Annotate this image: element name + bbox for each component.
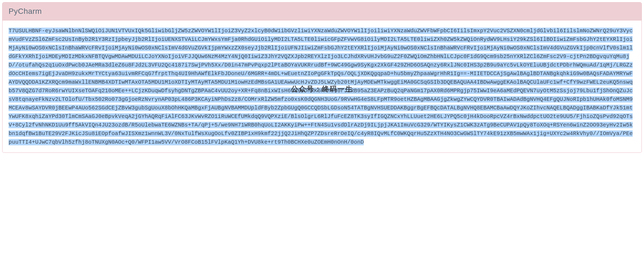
card-header: PyCharm: [2, 2, 642, 20]
card-body: T7USULHBNF-eyJsaWNlbnNlSWQiOiJUN1VTVUxIQ…: [2, 20, 642, 152]
card-container: PyCharm T7USULHBNF-eyJsaWNlbnNlSWQiOiJUN…: [2, 2, 642, 153]
card-title: PyCharm: [9, 7, 635, 16]
highlighted-text[interactable]: T7USULHBNF-eyJsaWNlbnNlSWQiOiJUN1VTVUxIQ…: [9, 28, 633, 145]
code-block[interactable]: T7USULHBNF-eyJsaWNlbnNlSWQiOiJUN1VTVUxIQ…: [9, 27, 635, 146]
